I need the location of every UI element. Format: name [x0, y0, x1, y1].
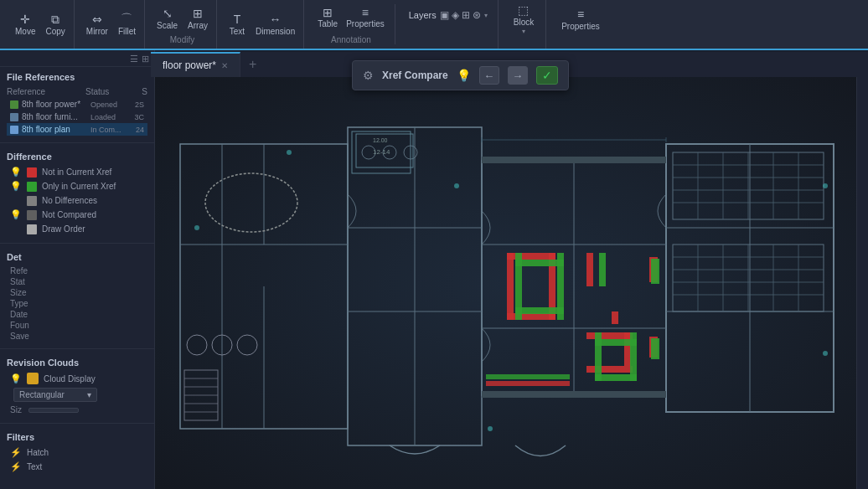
layers-icons: ▣ ◈ ⊞ ⊛: [440, 9, 481, 21]
modify-label: Modify: [170, 35, 194, 44]
svg-rect-82: [482, 157, 666, 163]
sidebar-tab-icons: ☰ ⊞: [0, 50, 154, 67]
sidebar-list-icon[interactable]: ☰: [130, 54, 138, 64]
divider-filters: [0, 423, 154, 424]
xref-forward-button[interactable]: →: [508, 66, 528, 85]
toolbar-text-dim-group: T Text ↔ Dimension: [220, 0, 304, 49]
detail-foun: Foun: [7, 320, 147, 331]
file-row-0[interactable]: 8th floor power* Opened 2S: [7, 98, 147, 111]
block-row: ⬚ Block ▾: [510, 2, 537, 37]
detail-save: Save: [7, 331, 147, 342]
svg-rect-48: [595, 332, 602, 381]
revision-cloud-row: 💡 Cloud Display: [7, 371, 147, 386]
diff-row-0: 💡 Not in Current Xref: [7, 165, 147, 179]
file-status-0: Opened: [90, 100, 124, 109]
sidebar: ☰ ⊞ File References Reference Status S 8…: [0, 50, 155, 489]
layer-icon-1[interactable]: ▣: [440, 9, 449, 21]
details-section: Det Refe Stat Size Type Date Foun Save: [0, 247, 154, 345]
details-title: Det: [7, 252, 147, 262]
sidebar-grid-icon[interactable]: ⊞: [142, 54, 149, 64]
text-button[interactable]: T Text: [225, 11, 249, 38]
file-row-1[interactable]: 8th floor furni... Loaded 3C: [7, 111, 147, 123]
table-button[interactable]: ⊞ Table: [314, 4, 341, 30]
revision-bulb: 💡: [10, 373, 22, 384]
size-input[interactable]: [28, 408, 79, 413]
file-status-1: Loaded: [90, 113, 124, 121]
canvas-area[interactable]: 12-14 12.00: [155, 77, 868, 489]
detail-type: Type: [7, 298, 147, 309]
file-size-2: 24: [127, 126, 144, 134]
scroll-bar-right[interactable]: [856, 77, 868, 489]
xref-forward-icon: →: [512, 69, 523, 82]
block-group: ⬚ Block ▾: [502, 0, 546, 49]
detail-date: Date: [7, 309, 147, 320]
file-dot-2: [10, 126, 18, 134]
xref-back-button[interactable]: ←: [479, 66, 499, 85]
svg-rect-51: [651, 259, 659, 284]
file-row-2[interactable]: 8th floor plan In Com... 24: [7, 123, 147, 136]
properties-button[interactable]: ≡ Properties: [343, 4, 388, 30]
svg-point-89: [194, 225, 199, 230]
move-button[interactable]: ✛ Move: [12, 11, 39, 38]
svg-point-86: [823, 351, 828, 356]
layer-icon-2[interactable]: ◈: [452, 9, 459, 21]
fillet-button[interactable]: ⌒ Fillet: [115, 11, 139, 38]
svg-rect-35: [612, 311, 618, 324]
detail-stat: Stat: [7, 276, 147, 287]
filter-text-label: Text: [27, 462, 42, 471]
svg-rect-40: [586, 366, 633, 373]
file-status-2: In Com...: [90, 126, 124, 134]
filter-hatch-label: Hatch: [27, 448, 49, 457]
file-dot-0: [10, 100, 18, 109]
detail-size: Size: [7, 287, 147, 298]
dimension-button[interactable]: ↔ Dimension: [252, 11, 298, 38]
svg-rect-54: [486, 374, 570, 379]
file-size-1: 3C: [127, 113, 144, 121]
file-dot-1: [10, 113, 18, 121]
properties-icon: ≡: [357, 6, 374, 19]
file-size-0: 2S: [127, 100, 144, 109]
tab-add-button[interactable]: +: [240, 57, 265, 72]
table-layers-group: ⊞ Table ≡ Properties Annotation: [307, 4, 395, 44]
filter-text[interactable]: ⚡ Text: [7, 460, 147, 474]
svg-text:12-14: 12-14: [373, 148, 390, 156]
xref-accept-button[interactable]: ✓: [536, 66, 558, 85]
diff-row-4: 💡 Draw Order: [7, 222, 147, 236]
properties2-button[interactable]: ≡ Properties: [558, 6, 603, 33]
xref-settings-icon[interactable]: ⚙: [363, 69, 374, 82]
xref-back-icon: ←: [483, 69, 494, 82]
mirror-icon: ⇔: [89, 13, 106, 26]
svg-rect-53: [651, 338, 659, 359]
revision-clouds-title: Revision Clouds: [7, 358, 147, 368]
properties2-row: ≡ Properties: [558, 6, 603, 33]
layer-icon-3[interactable]: ⊞: [462, 9, 470, 21]
svg-text:12.00: 12.00: [373, 137, 388, 143]
toolbar-move-copy-group: ✛ Move ⧉ Copy: [7, 0, 75, 49]
revision-shape-dropdown[interactable]: Rectangular ▾: [13, 388, 97, 402]
toolbar-move-copy-row: ✛ Move ⧉ Copy: [12, 11, 69, 38]
col-status: Status: [85, 87, 127, 96]
difference-section: Difference 💡 Not in Current Xref 💡 Only …: [0, 147, 154, 239]
copy-button[interactable]: ⧉ Copy: [42, 11, 68, 38]
tab-close-floor-power[interactable]: ✕: [221, 61, 228, 70]
filters-section: Filters ⚡ Hatch ⚡ Text: [0, 427, 154, 477]
tab-floor-power[interactable]: floor power* ✕: [151, 52, 240, 77]
svg-rect-55: [486, 381, 570, 386]
layer-icon-4[interactable]: ⊛: [473, 9, 481, 21]
xref-bulb-icon[interactable]: 💡: [457, 69, 471, 82]
text-icon: T: [229, 13, 245, 26]
mirror-button[interactable]: ⇔ Mirror: [83, 11, 111, 38]
diff-swatch-2: [27, 196, 37, 206]
file-references-section: File References Reference Status S 8th f…: [0, 67, 154, 139]
scale-button[interactable]: ⤡ Scale: [153, 5, 181, 32]
array-button[interactable]: ⊞ Array: [184, 5, 211, 32]
divider-nesting: [0, 348, 154, 349]
toolbar-mirror-fillet-group: ⇔ Mirror ⌒ Fillet: [78, 0, 145, 49]
filter-hatch[interactable]: ⚡ Hatch: [7, 445, 147, 460]
svg-rect-43: [599, 253, 606, 286]
block-button[interactable]: ⬚ Block ▾: [510, 2, 537, 37]
svg-point-87: [488, 426, 493, 431]
svg-rect-39: [586, 332, 633, 339]
annotation-label: Annotation: [331, 35, 371, 44]
svg-rect-44: [515, 260, 564, 266]
